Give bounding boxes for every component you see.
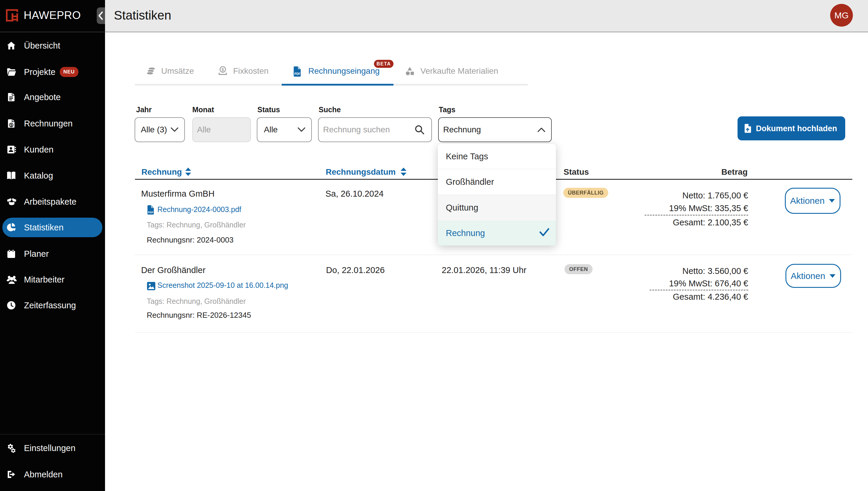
svg-text:$: $ — [10, 123, 12, 127]
svg-text:PDF: PDF — [294, 72, 300, 76]
svg-text:$: $ — [222, 67, 224, 72]
svg-text:PDF: PDF — [148, 210, 154, 214]
